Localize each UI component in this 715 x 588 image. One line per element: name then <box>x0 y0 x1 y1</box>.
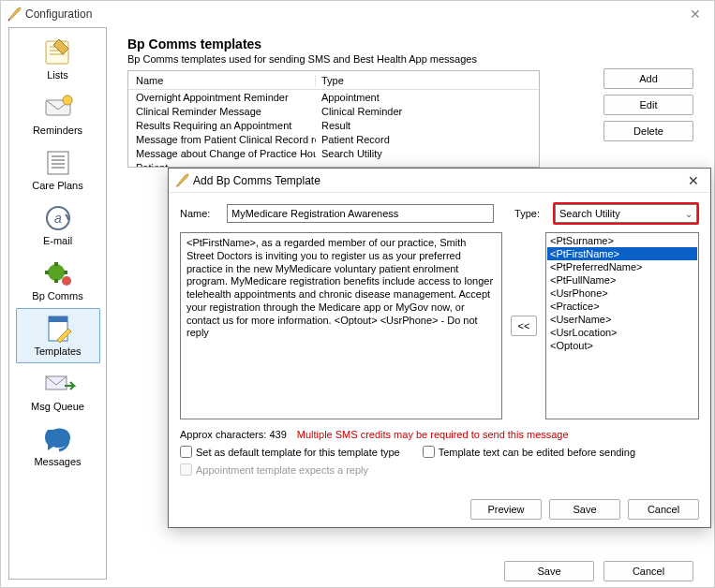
token-item[interactable]: <PtSurname> <box>547 234 697 247</box>
token-item[interactable]: <Practice> <box>547 300 697 313</box>
chevron-down-icon: ⌄ <box>685 209 693 219</box>
table-row[interactable]: Patient <box>128 160 539 168</box>
svg-point-18 <box>62 276 71 286</box>
table-row[interactable]: Clinical Reminder MessageClinical Remind… <box>128 104 539 118</box>
messages-icon <box>39 423 77 455</box>
type-select-highlight: Search Utility ⌄ <box>553 202 699 225</box>
cell-name: Clinical Reminder Message <box>128 106 316 117</box>
token-item[interactable]: <PtPreferredName> <box>547 260 697 273</box>
sidebar-item-bp-comms[interactable]: Bp Comms <box>16 253 100 308</box>
sidebar: Lists Reminders Care Plans a E-mail <box>8 27 107 580</box>
editable-template-label: Template text can be edited before sendi… <box>439 447 635 458</box>
token-item[interactable]: <PtFullName> <box>547 273 697 287</box>
page-cancel-button[interactable]: Cancel <box>603 561 693 581</box>
grid-header: Name Type <box>128 71 539 90</box>
table-row[interactable]: Results Requiring an AppointmentResult <box>128 118 539 132</box>
cell-type: Result <box>316 120 539 131</box>
name-label: Name: <box>180 208 219 219</box>
title-bar: Configuration ✕ <box>1 1 714 27</box>
table-row[interactable]: Message about Change of Practice HoursSe… <box>128 146 539 160</box>
token-item[interactable]: <UsrLocation> <box>547 326 697 339</box>
default-template-label: Set as default template for this templat… <box>196 447 400 458</box>
edit-button[interactable]: Edit <box>603 95 693 115</box>
col-header-name[interactable]: Name <box>128 75 316 86</box>
editable-template-checkbox[interactable]: Template text can be edited before sendi… <box>423 446 635 458</box>
svg-rect-20 <box>49 316 67 322</box>
token-item[interactable]: <PtFirstName> <box>547 247 697 260</box>
sidebar-label: Care Plans <box>32 180 82 191</box>
sidebar-item-templates[interactable]: Templates <box>16 308 100 363</box>
approx-label: Approx characters: <box>180 429 266 440</box>
sidebar-item-care-plans[interactable]: Care Plans <box>16 142 100 198</box>
token-item[interactable]: <UsrPhone> <box>547 287 697 300</box>
svg-rect-15 <box>54 279 58 283</box>
col-header-type[interactable]: Type <box>316 75 539 86</box>
dialog-cancel-button[interactable]: Cancel <box>628 499 699 520</box>
sidebar-label: Messages <box>34 456 81 467</box>
sidebar-item-email[interactable]: a E-mail <box>16 198 100 253</box>
svg-rect-16 <box>45 271 49 274</box>
dialog-save-button[interactable]: Save <box>549 499 620 520</box>
svg-text:a: a <box>54 211 62 226</box>
title-text: Configuration <box>25 7 92 21</box>
reply-checkbox: Appointment template expects a reply <box>180 463 699 476</box>
cell-type: Patient Record <box>316 134 539 145</box>
delete-button[interactable]: Delete <box>603 121 693 141</box>
sidebar-label: Reminders <box>33 125 82 136</box>
cell-name: Message from Patient Clinical Record re:… <box>128 134 316 145</box>
token-item[interactable]: <UserName> <box>547 313 697 326</box>
token-list[interactable]: <PtSurname><PtFirstName><PtPreferredName… <box>545 232 699 419</box>
sidebar-item-messages[interactable]: Messages <box>16 419 100 474</box>
dialog-quill-icon <box>174 173 189 188</box>
svg-rect-17 <box>64 271 67 274</box>
dialog-title-bar: Add Bp Comms Template ✕ <box>169 169 710 193</box>
svg-rect-14 <box>54 262 58 266</box>
sidebar-label: Templates <box>34 345 81 357</box>
cell-type: Clinical Reminder <box>316 106 539 117</box>
reminders-icon <box>39 92 77 124</box>
type-select[interactable]: Search Utility ⌄ <box>555 204 697 223</box>
sidebar-item-reminders[interactable]: Reminders <box>16 87 100 142</box>
sidebar-item-lists[interactable]: Lists <box>16 32 100 87</box>
table-row[interactable]: Message from Patient Clinical Record re:… <box>128 132 539 146</box>
insert-token-button[interactable]: << <box>511 316 537 336</box>
sidebar-label: E-mail <box>43 235 72 246</box>
page-save-button[interactable]: Save <box>504 561 594 581</box>
add-template-dialog: Add Bp Comms Template ✕ Name: Type: Sear… <box>168 168 711 528</box>
sidebar-label: Bp Comms <box>32 290 82 301</box>
window-close-icon[interactable]: ✕ <box>682 7 708 22</box>
care-plans-icon <box>39 147 77 179</box>
preview-button[interactable]: Preview <box>470 499 542 520</box>
table-row[interactable]: Overnight Appointment ReminderAppointmen… <box>128 90 539 104</box>
page-bottom-buttons: Save Cancel <box>504 561 693 581</box>
approx-warning: Multiple SMS credits may be required to … <box>297 429 569 440</box>
default-template-checkbox[interactable]: Set as default template for this templat… <box>180 446 400 458</box>
editable-template-checkbox-input[interactable] <box>423 446 435 458</box>
default-template-checkbox-input[interactable] <box>180 446 192 458</box>
sidebar-label: Msg Queue <box>31 401 84 412</box>
dialog-close-icon[interactable]: ✕ <box>682 173 705 188</box>
reply-checkbox-input <box>180 463 192 476</box>
add-button[interactable]: Add <box>603 68 693 89</box>
cell-name: Overnight Appointment Reminder <box>128 92 316 103</box>
app-quill-icon <box>7 7 22 22</box>
page-subheading: Bp Comms templates used for sending SMS … <box>127 53 703 65</box>
svg-point-5 <box>63 96 72 105</box>
sidebar-item-msg-queue[interactable]: Msg Queue <box>16 363 100 419</box>
cell-name: Message about Change of Practice Hours <box>128 148 316 159</box>
templates-icon <box>39 313 77 345</box>
svg-point-13 <box>48 264 65 281</box>
cell-name: Results Requiring an Appointment <box>128 120 316 131</box>
type-label: Type: <box>514 208 540 219</box>
sidebar-label: Lists <box>47 69 68 81</box>
template-body-input[interactable] <box>180 232 502 419</box>
bp-comms-icon <box>39 257 77 289</box>
page-heading: Bp Comms templates <box>127 37 703 51</box>
type-select-value: Search Utility <box>559 208 620 219</box>
token-item[interactable]: <Optout> <box>547 339 697 352</box>
templates-grid[interactable]: Name Type Overnight Appointment Reminder… <box>127 70 540 168</box>
email-icon: a <box>39 202 77 234</box>
dialog-title: Add Bp Comms Template <box>193 174 320 187</box>
msg-queue-icon <box>39 368 77 400</box>
name-input[interactable] <box>227 204 494 223</box>
